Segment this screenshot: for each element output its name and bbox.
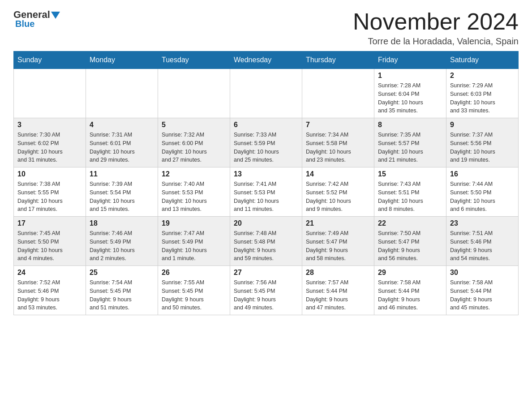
day-number: 16 <box>450 170 515 178</box>
table-cell: 1Sunrise: 7:28 AM Sunset: 6:04 PM Daylig… <box>374 69 446 118</box>
day-number: 8 <box>378 121 442 129</box>
week-row-4: 17Sunrise: 7:45 AM Sunset: 5:50 PM Dayli… <box>14 217 519 266</box>
header-thursday: Thursday <box>302 51 374 69</box>
table-cell <box>86 69 158 118</box>
month-title: November 2024 <box>353 9 519 34</box>
table-cell: 9Sunrise: 7:37 AM Sunset: 5:56 PM Daylig… <box>446 118 519 167</box>
header-tuesday: Tuesday <box>158 51 230 69</box>
table-cell: 27Sunrise: 7:56 AM Sunset: 5:45 PM Dayli… <box>230 266 302 315</box>
table-cell: 25Sunrise: 7:54 AM Sunset: 5:45 PM Dayli… <box>86 266 158 315</box>
table-cell: 6Sunrise: 7:33 AM Sunset: 5:59 PM Daylig… <box>230 118 302 167</box>
day-number: 1 <box>378 72 442 80</box>
header-monday: Monday <box>86 51 158 69</box>
table-cell: 20Sunrise: 7:48 AM Sunset: 5:48 PM Dayli… <box>230 217 302 266</box>
day-number: 30 <box>450 269 515 277</box>
table-cell: 4Sunrise: 7:31 AM Sunset: 6:01 PM Daylig… <box>86 118 158 167</box>
day-number: 24 <box>17 269 82 277</box>
table-cell <box>302 69 374 118</box>
day-info: Sunrise: 7:51 AM Sunset: 5:46 PM Dayligh… <box>450 229 515 263</box>
day-info: Sunrise: 7:39 AM Sunset: 5:54 PM Dayligh… <box>90 180 154 214</box>
day-number: 28 <box>306 269 370 277</box>
day-number: 26 <box>162 269 226 277</box>
day-info: Sunrise: 7:43 AM Sunset: 5:51 PM Dayligh… <box>378 180 442 214</box>
location-title: Torre de la Horadada, Valencia, Spain <box>353 36 519 47</box>
day-info: Sunrise: 7:31 AM Sunset: 6:01 PM Dayligh… <box>90 131 154 164</box>
day-info: Sunrise: 7:32 AM Sunset: 6:00 PM Dayligh… <box>162 131 226 164</box>
day-info: Sunrise: 7:47 AM Sunset: 5:49 PM Dayligh… <box>162 229 226 263</box>
day-info: Sunrise: 7:58 AM Sunset: 5:44 PM Dayligh… <box>450 278 515 312</box>
table-cell: 2Sunrise: 7:29 AM Sunset: 6:03 PM Daylig… <box>446 69 519 118</box>
table-cell <box>158 69 230 118</box>
table-cell: 3Sunrise: 7:30 AM Sunset: 6:02 PM Daylig… <box>14 118 86 167</box>
day-number: 5 <box>162 121 226 129</box>
week-row-1: 1Sunrise: 7:28 AM Sunset: 6:04 PM Daylig… <box>14 69 519 118</box>
day-number: 18 <box>90 219 154 227</box>
table-cell: 18Sunrise: 7:46 AM Sunset: 5:49 PM Dayli… <box>86 217 158 266</box>
logo-blue: Blue <box>15 19 34 29</box>
table-cell: 10Sunrise: 7:38 AM Sunset: 5:55 PM Dayli… <box>14 167 86 217</box>
day-info: Sunrise: 7:29 AM Sunset: 6:03 PM Dayligh… <box>450 81 515 115</box>
day-info: Sunrise: 7:50 AM Sunset: 5:47 PM Dayligh… <box>378 229 442 263</box>
day-number: 25 <box>90 269 154 277</box>
title-section: November 2024 Torre de la Horadada, Vale… <box>353 9 519 47</box>
header-saturday: Saturday <box>446 51 519 69</box>
day-number: 22 <box>378 219 442 227</box>
page-header: General Blue November 2024 Torre de la H… <box>13 9 519 47</box>
week-row-3: 10Sunrise: 7:38 AM Sunset: 5:55 PM Dayli… <box>14 167 519 217</box>
logo: General Blue <box>13 9 60 29</box>
header-sunday: Sunday <box>14 51 86 69</box>
week-row-2: 3Sunrise: 7:30 AM Sunset: 6:02 PM Daylig… <box>14 118 519 167</box>
day-info: Sunrise: 7:45 AM Sunset: 5:50 PM Dayligh… <box>17 229 82 263</box>
day-number: 4 <box>90 121 154 129</box>
table-cell: 7Sunrise: 7:34 AM Sunset: 5:58 PM Daylig… <box>302 118 374 167</box>
day-number: 13 <box>234 170 298 178</box>
day-info: Sunrise: 7:44 AM Sunset: 5:50 PM Dayligh… <box>450 180 515 214</box>
table-cell: 28Sunrise: 7:57 AM Sunset: 5:44 PM Dayli… <box>302 266 374 315</box>
day-info: Sunrise: 7:55 AM Sunset: 5:45 PM Dayligh… <box>162 278 226 312</box>
day-number: 11 <box>90 170 154 178</box>
day-info: Sunrise: 7:34 AM Sunset: 5:58 PM Dayligh… <box>306 131 370 164</box>
day-number: 12 <box>162 170 226 178</box>
table-cell: 26Sunrise: 7:55 AM Sunset: 5:45 PM Dayli… <box>158 266 230 315</box>
day-number: 29 <box>378 269 442 277</box>
day-info: Sunrise: 7:40 AM Sunset: 5:53 PM Dayligh… <box>162 180 226 214</box>
day-info: Sunrise: 7:42 AM Sunset: 5:52 PM Dayligh… <box>306 180 370 214</box>
table-cell <box>14 69 86 118</box>
table-cell: 21Sunrise: 7:49 AM Sunset: 5:47 PM Dayli… <box>302 217 374 266</box>
day-number: 2 <box>450 72 515 80</box>
day-number: 20 <box>234 219 298 227</box>
day-info: Sunrise: 7:48 AM Sunset: 5:48 PM Dayligh… <box>234 229 298 263</box>
day-number: 19 <box>162 219 226 227</box>
day-number: 21 <box>306 219 370 227</box>
day-number: 6 <box>234 121 298 129</box>
header-wednesday: Wednesday <box>230 51 302 69</box>
table-cell: 29Sunrise: 7:58 AM Sunset: 5:44 PM Dayli… <box>374 266 446 315</box>
table-cell: 30Sunrise: 7:58 AM Sunset: 5:44 PM Dayli… <box>446 266 519 315</box>
calendar-table: Sunday Monday Tuesday Wednesday Thursday… <box>13 51 519 315</box>
day-info: Sunrise: 7:33 AM Sunset: 5:59 PM Dayligh… <box>234 131 298 164</box>
logo-triangle-icon <box>51 12 60 19</box>
table-cell: 16Sunrise: 7:44 AM Sunset: 5:50 PM Dayli… <box>446 167 519 217</box>
day-info: Sunrise: 7:52 AM Sunset: 5:46 PM Dayligh… <box>17 278 82 312</box>
table-cell <box>230 69 302 118</box>
table-cell: 14Sunrise: 7:42 AM Sunset: 5:52 PM Dayli… <box>302 167 374 217</box>
day-number: 27 <box>234 269 298 277</box>
day-info: Sunrise: 7:56 AM Sunset: 5:45 PM Dayligh… <box>234 278 298 312</box>
table-cell: 17Sunrise: 7:45 AM Sunset: 5:50 PM Dayli… <box>14 217 86 266</box>
day-info: Sunrise: 7:30 AM Sunset: 6:02 PM Dayligh… <box>17 131 82 164</box>
day-number: 10 <box>17 170 82 178</box>
week-row-5: 24Sunrise: 7:52 AM Sunset: 5:46 PM Dayli… <box>14 266 519 315</box>
table-cell: 11Sunrise: 7:39 AM Sunset: 5:54 PM Dayli… <box>86 167 158 217</box>
header-friday: Friday <box>374 51 446 69</box>
day-info: Sunrise: 7:37 AM Sunset: 5:56 PM Dayligh… <box>450 131 515 164</box>
day-number: 7 <box>306 121 370 129</box>
day-info: Sunrise: 7:46 AM Sunset: 5:49 PM Dayligh… <box>90 229 154 263</box>
day-number: 9 <box>450 121 515 129</box>
table-cell: 8Sunrise: 7:35 AM Sunset: 5:57 PM Daylig… <box>374 118 446 167</box>
table-cell: 15Sunrise: 7:43 AM Sunset: 5:51 PM Dayli… <box>374 167 446 217</box>
day-info: Sunrise: 7:58 AM Sunset: 5:44 PM Dayligh… <box>378 278 442 312</box>
day-info: Sunrise: 7:49 AM Sunset: 5:47 PM Dayligh… <box>306 229 370 263</box>
table-cell: 5Sunrise: 7:32 AM Sunset: 6:00 PM Daylig… <box>158 118 230 167</box>
day-info: Sunrise: 7:57 AM Sunset: 5:44 PM Dayligh… <box>306 278 370 312</box>
calendar-header-row: Sunday Monday Tuesday Wednesday Thursday… <box>14 51 519 69</box>
